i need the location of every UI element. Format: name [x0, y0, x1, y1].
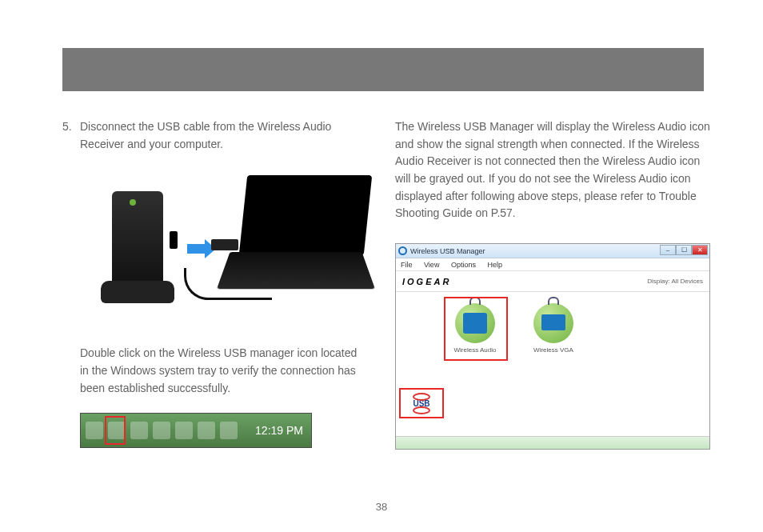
arrow-right-icon	[187, 244, 206, 254]
menu-view[interactable]: View	[424, 261, 439, 269]
right-column: The Wireless USB Manager will display th…	[395, 118, 710, 450]
tray-generic-icon	[130, 422, 148, 439]
status-bar	[396, 436, 709, 449]
certified-usb-badge: USB	[399, 388, 444, 418]
header-bar	[62, 48, 704, 91]
instruction-paragraph: Double click on the Wireless USB manager…	[80, 345, 368, 397]
audio-receiver-illustration	[101, 191, 174, 311]
figure-usb-manager-window: Wireless USB Manager – ☐ ✕ File View Opt…	[395, 243, 710, 450]
tray-signal-icon	[175, 422, 193, 439]
highlight-box	[444, 297, 508, 361]
minimize-button[interactable]: –	[660, 245, 676, 255]
page-number: 38	[0, 501, 763, 513]
devices-canvas: Wireless Audio Wireless VGA USB	[396, 292, 709, 434]
system-clock: 12:19 PM	[255, 424, 303, 437]
brand-logo: IOGEAR	[402, 277, 451, 286]
explanation-paragraph: The Wireless USB Manager will display th…	[395, 118, 710, 222]
figure-system-tray: 12:19 PM	[80, 413, 312, 448]
display-filter-label[interactable]: Display: All Devices	[647, 278, 703, 285]
step-number: 5.	[62, 118, 80, 153]
wireless-vga-device-icon[interactable]: Wireless VGA	[529, 303, 578, 354]
step-text: Disconnect the USB cable from the Wirele…	[80, 118, 368, 153]
brand-bar: IOGEAR Display: All Devices	[396, 271, 709, 292]
left-column: 5. Disconnect the USB cable from the Wir…	[62, 118, 368, 450]
usb-badge-text: USB	[413, 399, 429, 408]
window-titlebar[interactable]: Wireless USB Manager – ☐ ✕	[396, 244, 709, 258]
tray-volume-icon	[220, 422, 238, 439]
tray-up-icon	[86, 422, 103, 439]
highlight-box	[105, 416, 126, 445]
menu-file[interactable]: File	[401, 261, 413, 269]
menu-help[interactable]: Help	[487, 261, 502, 269]
monitor-icon	[541, 314, 565, 330]
maximize-button[interactable]: ☐	[676, 245, 692, 255]
figure-disconnect-cable	[80, 172, 368, 324]
close-button[interactable]: ✕	[692, 245, 708, 255]
app-icon	[398, 246, 407, 255]
tray-shield-icon	[153, 422, 170, 439]
laptop-illustration	[224, 175, 368, 319]
step-5: 5. Disconnect the USB cable from the Wir…	[62, 118, 368, 153]
content: 5. Disconnect the USB cable from the Wir…	[62, 118, 704, 450]
device-label: Wireless VGA	[529, 346, 578, 354]
menu-bar: File View Options Help	[396, 258, 709, 271]
window-title: Wireless USB Manager	[410, 247, 485, 255]
menu-options[interactable]: Options	[451, 261, 476, 269]
tray-network-icon	[198, 422, 215, 439]
